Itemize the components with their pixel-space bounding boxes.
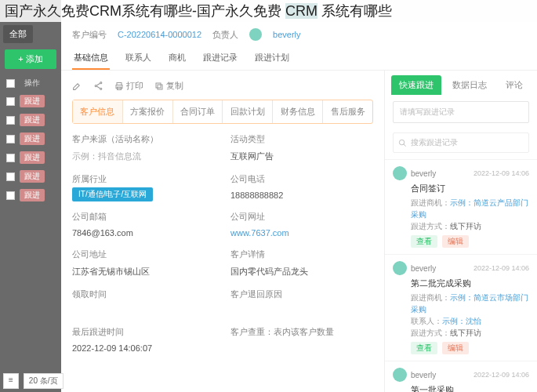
field-industry: 所属行业IT/通信/电子/互联网 <box>72 173 215 203</box>
checkbox-all[interactable] <box>6 79 15 88</box>
log-item: beverly2022-12-09 14:06 合同签订 跟进商机：示例：简道云… <box>385 159 537 254</box>
checkbox[interactable] <box>6 97 15 106</box>
tab-basic-info[interactable]: 基础信息 <box>72 47 110 70</box>
field-email: 公司邮箱7846@163.com <box>72 211 215 241</box>
detail-left-panel: 打印 复制 客户信息 方案报价 合同订单 回款计划 财务信息 售后服务 客户来源… <box>61 71 384 392</box>
detail-toolbar: 打印 复制 <box>72 77 373 100</box>
subtab-aftersale[interactable]: 售后服务 <box>323 100 372 123</box>
follow-search[interactable]: 搜索跟进记录 <box>393 132 529 153</box>
field-return-reason: 客户退回原因 <box>230 289 373 318</box>
checkbox[interactable] <box>6 191 15 200</box>
svg-rect-7 <box>156 83 161 88</box>
print-icon <box>114 82 124 91</box>
subtab-quote[interactable]: 方案报价 <box>123 100 173 123</box>
owner-avatar <box>249 28 262 41</box>
field-website: 公司网址www.7637.com <box>230 211 373 241</box>
list-item[interactable]: 跟进 <box>3 111 58 129</box>
list-item[interactable]: 跟进 <box>3 130 58 147</box>
tab-follow-record[interactable]: 跟进记录 <box>201 47 239 70</box>
subtab-contract[interactable]: 合同订单 <box>173 100 223 123</box>
detail-modal: 客户编号 C-20220614-0000012 负责人 beverly 基础信息… <box>61 22 537 392</box>
subtab-finance[interactable]: 财务信息 <box>273 100 323 123</box>
avatar <box>393 166 407 180</box>
log-item: beverly2022-12-09 14:06 第一批采购 <box>385 361 537 392</box>
edit-button[interactable]: 编辑 <box>442 235 469 248</box>
log-item: beverly2022-12-09 14:06 第二批完成采购 跟进商机：示例：… <box>385 254 537 361</box>
list-item[interactable]: 跟进 <box>3 149 58 166</box>
field-source: 客户来源（活动名称）示例：抖音信息流 <box>72 133 215 165</box>
checkbox[interactable] <box>6 172 15 181</box>
svg-point-1 <box>95 85 96 86</box>
view-button[interactable]: 查看 <box>411 342 437 354</box>
copy-icon <box>154 82 164 91</box>
svg-point-8 <box>399 140 404 144</box>
list-header: 操作 <box>3 75 58 91</box>
field-detail: 客户详情国内零代码产品龙头 <box>230 249 373 281</box>
list-item[interactable]: 跟进 <box>3 93 58 110</box>
field-phone: 公司电话18888888882 <box>230 173 373 203</box>
pager-menu-icon[interactable]: ≡ <box>3 373 19 389</box>
print-button[interactable]: 打印 <box>114 80 143 92</box>
search-icon <box>398 139 407 147</box>
tab-contacts[interactable]: 联系人 <box>124 47 153 70</box>
activity-tabs: 快速跟进 数据日志 评论 <box>385 71 537 95</box>
owner-label: 负责人 <box>212 29 238 41</box>
checkbox[interactable] <box>6 135 15 143</box>
subtab-payment[interactable]: 回款计划 <box>223 100 273 123</box>
tab-follow-plan[interactable]: 跟进计划 <box>253 47 291 70</box>
op-header: 操作 <box>24 78 40 89</box>
checkbox[interactable] <box>6 154 15 162</box>
avatar <box>393 261 407 275</box>
field-activity-type: 活动类型互联网广告 <box>230 133 373 165</box>
follow-input[interactable]: 请填写跟进记录 <box>393 101 529 123</box>
svg-point-0 <box>100 82 102 84</box>
activity-panel: 快速跟进 数据日志 评论 请填写跟进记录 搜索跟进记录 beverly2022-… <box>384 71 537 392</box>
svg-point-2 <box>100 88 102 89</box>
field-claim-time: 领取时间 <box>72 289 215 318</box>
pager: ≡ 20 条/页 <box>3 373 63 389</box>
rtab-data-log[interactable]: 数据日志 <box>444 75 495 95</box>
filter-all[interactable]: 全部 <box>3 25 33 43</box>
field-address: 公司地址江苏省无锡市锡山区 <box>72 249 215 281</box>
background-sidebar: 全部 + 添加 操作 跟进 跟进 跟进 跟进 跟进 跟进 <box>0 0 61 392</box>
edit-icon[interactable] <box>72 81 82 91</box>
view-button[interactable]: 查看 <box>411 235 437 248</box>
avatar <box>393 368 407 382</box>
rtab-quick-follow[interactable]: 快速跟进 <box>391 75 441 95</box>
field-last-follow: 最后跟进时间2022-12-09 14:06:07 <box>72 326 215 356</box>
log-title: 第二批完成采购 <box>411 278 529 289</box>
rtab-comment[interactable]: 评论 <box>498 75 531 95</box>
checkbox[interactable] <box>6 116 15 125</box>
log-title: 第一批采购 <box>411 384 529 392</box>
sub-tabs: 客户信息 方案报价 合同订单 回款计划 财务信息 售后服务 <box>72 100 373 124</box>
add-button[interactable]: + 添加 <box>5 49 56 69</box>
subtab-customer-info[interactable]: 客户信息 <box>73 100 123 123</box>
copy-button[interactable]: 复制 <box>154 80 183 92</box>
page-title-banner: 国产永久免费CRM系统有哪些-国产永久免费 CRM 系统有哪些 <box>0 0 537 22</box>
list-item[interactable]: 跟进 <box>3 168 58 185</box>
pager-size[interactable]: 20 条/页 <box>24 373 63 389</box>
list-item[interactable]: 跟进 <box>3 187 58 204</box>
svg-rect-6 <box>158 85 162 89</box>
cust-no-label: 客户编号 <box>72 29 107 41</box>
cust-no-value[interactable]: C-20220614-0000012 <box>118 30 201 39</box>
share-icon[interactable] <box>93 81 103 91</box>
edit-button[interactable]: 编辑 <box>442 342 469 354</box>
customer-form: 客户来源（活动名称）示例：抖音信息流 活动类型互联网广告 所属行业IT/通信/电… <box>72 133 373 356</box>
log-title: 合同签订 <box>411 183 529 194</box>
tab-opportunity[interactable]: 商机 <box>167 47 187 70</box>
modal-header: 客户编号 C-20220614-0000012 负责人 beverly <box>61 22 537 47</box>
field-dup-check: 客户查重：表内该客户数量 <box>230 326 373 356</box>
main-tabs: 基础信息 联系人 商机 跟进记录 跟进计划 <box>61 47 537 71</box>
owner-name[interactable]: beverly <box>273 30 300 39</box>
